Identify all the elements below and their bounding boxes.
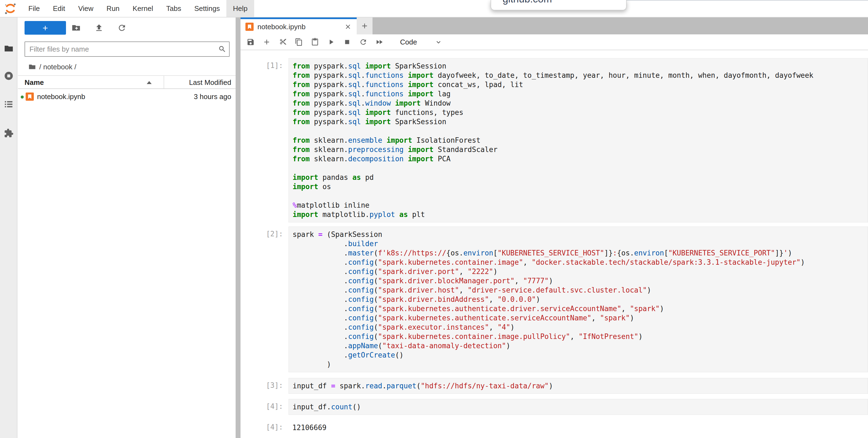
running-sessions-icon[interactable]: [4, 71, 13, 81]
panel-resize-sash[interactable]: [236, 18, 241, 438]
menu-view[interactable]: View: [72, 0, 100, 17]
activity-bar: [0, 18, 18, 438]
file-name: notebook.ipynb: [37, 92, 85, 101]
cell-prompt: [3]:: [241, 378, 283, 394]
menu-run[interactable]: Run: [100, 0, 126, 17]
main-dock: notebook.ipynb: [241, 18, 868, 438]
file-browser-icon[interactable]: [4, 43, 13, 54]
menu-settings[interactable]: Settings: [188, 0, 226, 17]
filter-files-input[interactable]: [25, 41, 229, 57]
popup-origin-text: github.com: [503, 0, 552, 5]
menu-bar: File Edit View Run Kernel Tabs Settings …: [0, 0, 868, 18]
stop-icon[interactable]: [343, 38, 351, 46]
table-of-contents-icon[interactable]: [4, 99, 13, 109]
cell-editor[interactable]: from pyspark.sql import SparkSession fro…: [288, 58, 868, 223]
new-tab-button[interactable]: [357, 18, 373, 34]
add-cell-icon[interactable]: [262, 38, 271, 46]
tab-label: notebook.ipynb: [257, 23, 344, 31]
tab-bar: notebook.ipynb: [241, 18, 868, 34]
close-icon[interactable]: [344, 23, 352, 31]
code-cell: [3]:input_df = spark.read.parquet("hdfs:…: [241, 378, 868, 394]
cell-editor[interactable]: input_df.count(): [288, 399, 868, 415]
notebook-file-icon: [26, 92, 34, 101]
file-browser-panel: + / notebook / Name Last Modified: [18, 18, 236, 438]
plus-icon: [361, 22, 369, 30]
file-last-modified: 3 hours ago: [194, 92, 231, 101]
paste-icon[interactable]: [311, 38, 319, 46]
home-folder-icon[interactable]: [28, 63, 36, 71]
file-list-item[interactable]: notebook.ipynb 3 hours ago: [18, 89, 236, 104]
cell-prompt: [2]:: [241, 227, 283, 372]
upload-icon[interactable]: [94, 23, 104, 32]
save-icon[interactable]: [247, 38, 255, 46]
code-cell: [4]:input_df.count(): [241, 399, 868, 415]
restart-run-all-icon[interactable]: [375, 38, 383, 46]
modified-dot: [21, 95, 24, 98]
notebook-toolbar: Code: [241, 34, 868, 50]
cell-prompt: [4]:: [241, 399, 283, 415]
menu-edit[interactable]: Edit: [46, 0, 72, 17]
menu-tabs[interactable]: Tabs: [159, 0, 188, 17]
breadcrumb-path: / notebook /: [39, 63, 76, 71]
column-header-last-modified[interactable]: Last Modified: [189, 78, 231, 87]
window-top-edge: [627, 0, 868, 1]
code-cell: [2]:spark = (SparkSession .builder .mast…: [241, 227, 868, 372]
menu-help[interactable]: Help: [226, 0, 254, 17]
copy-icon[interactable]: [295, 38, 303, 46]
search-icon: [218, 45, 226, 53]
extensions-icon[interactable]: [4, 128, 13, 138]
browser-popup: github.com: [491, 0, 627, 10]
menu-file[interactable]: File: [22, 0, 46, 17]
cell-editor[interactable]: spark = (SparkSession .builder .master(f…: [288, 227, 868, 372]
notebook-scroll-area[interactable]: [1]:from pyspark.sql import SparkSession…: [241, 50, 868, 438]
tab-notebook[interactable]: notebook.ipynb: [241, 18, 357, 34]
menu-kernel[interactable]: Kernel: [126, 0, 159, 17]
column-header-name[interactable]: Name: [25, 78, 44, 87]
file-list-header: Name Last Modified: [18, 75, 236, 89]
code-cell: [1]:from pyspark.sql import SparkSession…: [241, 58, 868, 223]
cell-editor[interactable]: input_df = spark.read.parquet("hdfs://hd…: [288, 378, 868, 394]
jupyter-logo-icon: [4, 2, 17, 15]
column-divider: [164, 76, 164, 88]
output-area: [4]:12106669: [241, 420, 868, 436]
chevron-down-icon[interactable]: [434, 38, 442, 46]
cell-prompt: [1]:: [241, 58, 283, 223]
sort-ascending-icon: [147, 81, 152, 84]
output-text: 12106669: [288, 420, 330, 436]
notebook-file-icon: [245, 23, 254, 31]
cell-type-dropdown[interactable]: Code: [400, 38, 417, 47]
new-launcher-button[interactable]: +: [25, 21, 66, 35]
cut-icon[interactable]: [279, 38, 287, 46]
breadcrumb[interactable]: / notebook /: [18, 61, 236, 73]
run-icon[interactable]: [327, 38, 335, 46]
new-folder-icon[interactable]: [71, 23, 81, 32]
restart-icon[interactable]: [359, 38, 367, 46]
output-prompt: [4]:: [241, 420, 283, 436]
refresh-icon[interactable]: [117, 23, 127, 32]
